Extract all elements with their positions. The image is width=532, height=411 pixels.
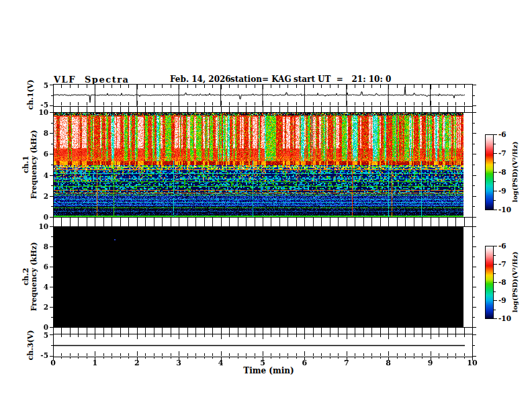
x-minor-tick [78,327,79,334]
x-minor-tick [212,327,213,334]
p1-bottom-tick [279,102,280,105]
p1-bottom-tick [397,102,398,105]
x-minor-tick [120,106,121,112]
x-minor-tick [447,106,448,112]
x-minor-tick [112,106,112,112]
x-minor-tick [70,217,71,226]
x-minor-tick [246,106,247,112]
y-tick-right [473,345,475,346]
x-minor-tick [61,327,62,334]
x-minor-tick [162,106,163,112]
x-minor-tick [212,217,213,226]
x-axis-tick [330,357,330,359]
p4-top-tick [439,334,439,337]
p1-bottom-tick [238,102,238,105]
y-tick-left [50,175,53,176]
p4-top-tick [87,334,87,337]
x-minor-tick [422,217,423,226]
colorbar-minor-tick [494,200,496,201]
x-tick-label: 2 [134,359,140,367]
p1-bottom-tick [87,102,87,105]
colorbar-tick-label: -9 [498,296,506,304]
p1-top-tick [347,85,347,89]
x-minor-tick [371,106,372,112]
p4-top-tick [296,334,297,337]
p4-top-tick [204,334,205,337]
frequency-khz-label: Frequency (kHz) [30,130,38,199]
colorbar-tick-label: -10 [498,314,511,322]
p1-top-tick [321,85,322,88]
p4-bottom-tick [287,353,288,356]
colorbar-minor-tick [494,310,496,310]
p4-top-tick [53,334,54,339]
y-tick-label: -5 [40,351,48,359]
x-minor-tick [154,327,154,334]
p1-top-tick [313,85,314,88]
p1-bottom-tick [313,102,314,105]
p4-bottom-tick [255,353,255,356]
x-tick-label: 6 [302,359,308,367]
y-tick-left [51,257,53,257]
p1-bottom-tick [171,102,171,105]
p1-top-tick [455,85,456,88]
p4-top-tick [472,334,473,339]
x-axis-tick [279,357,280,359]
x-axis-tick [238,357,238,359]
x-minor-tick [187,217,188,226]
p4-bottom-tick [464,353,465,356]
x-minor-tick [238,217,238,226]
p1-bottom-tick [414,102,414,105]
x-axis-tick [455,357,456,359]
p4-top-tick [414,334,414,337]
p1-top-tick [388,85,389,89]
x-axis-tick [405,357,406,359]
y-tick-left [51,123,53,124]
p4-bottom-tick [355,353,355,356]
x-minor-tick [95,106,95,112]
x-minor-tick [455,327,456,334]
x-minor-tick [246,327,247,334]
p1-top-tick [405,85,406,88]
p4-bottom-tick [128,353,129,356]
x-minor-tick [439,217,439,226]
x-minor-tick [338,327,339,334]
y-tick-label: 5 [44,331,48,339]
colorbar-tick-label: -8 [498,278,506,286]
p4-bottom-tick [431,351,431,356]
p1-top-tick [171,85,171,88]
x-minor-tick [179,217,179,226]
p4-top-tick [347,334,347,339]
p4-top-tick [112,334,112,337]
p4-top-tick [137,334,138,339]
x-minor-tick [464,217,465,226]
x-minor-tick [380,217,381,226]
p1-top-tick [137,85,138,89]
x-minor-tick [162,327,163,334]
colorbar-tick [494,153,497,154]
x-minor-tick [304,106,305,112]
p4-top-tick [128,334,129,337]
p4-bottom-tick [347,351,347,356]
ch2-spectrogram-image [54,227,463,327]
x-minor-tick [371,217,372,226]
x-axis-title: Time (min) [243,366,294,375]
y-tick-left [51,277,53,277]
x-minor-tick [380,106,381,112]
x-minor-tick [414,217,414,226]
p4-top-tick [154,334,154,337]
p1-bottom-tick [422,102,423,105]
x-axis-tick [397,357,398,359]
x-minor-tick [137,106,138,112]
x-minor-tick [112,327,112,334]
p4-bottom-tick [414,353,414,356]
x-minor-tick [229,327,230,334]
y-tick-left [50,154,53,154]
p4-top-tick [120,334,121,337]
x-minor-tick [78,106,79,112]
p4-bottom-tick [221,351,222,356]
x-minor-tick [472,217,473,226]
p4-top-tick [246,334,247,337]
x-minor-tick [338,106,339,112]
x-minor-tick [229,217,230,226]
x-minor-tick [87,217,87,226]
